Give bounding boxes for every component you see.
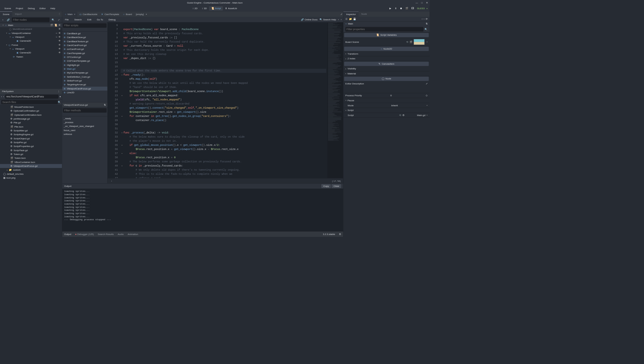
board-scene-property[interactable]: Board Scene ⟲ 🎬 ▾ [343, 37, 430, 46]
pause-group[interactable]: ▾Pause [343, 98, 430, 103]
fold-icon[interactable]: ▾ [121, 164, 123, 168]
signal-icon[interactable]: ⇢ [55, 32, 57, 34]
script-list-item[interactable]: ⚙CGFCardTemplate.gd [62, 59, 107, 63]
script-tab[interactable]: ▭CardBackside [77, 12, 99, 17]
fold-icon[interactable]: ▾ [121, 143, 123, 148]
filesystem-item[interactable]: ⚙ScriptObject.gd [0, 136, 62, 140]
renderer-label[interactable]: GLES3 [417, 7, 425, 10]
menu-project[interactable]: Project [13, 6, 25, 11]
script-list-item[interactable]: ⚙Main.gd [62, 67, 107, 71]
sort-icon[interactable]: ⇅ [104, 103, 106, 106]
scene-tab[interactable]: Scene [0, 12, 12, 17]
scene-node[interactable]: ▾▭Viewport⇢👁 [0, 35, 62, 39]
clear-button[interactable]: Clear [332, 184, 341, 188]
signal-icon[interactable]: ⇢ [55, 36, 57, 38]
audio-tab[interactable]: Audio [118, 233, 124, 236]
history-fwd-icon[interactable]: › [424, 18, 425, 20]
maximize-icon[interactable]: □ [420, 1, 423, 4]
zindex-group[interactable]: ▸Z Index [343, 56, 430, 61]
filesystem-item[interactable]: 🎬MousePointer.tscn [0, 105, 62, 109]
play-button[interactable]: ▶ [388, 6, 392, 11]
filesystem-item[interactable]: ⚙ScriptAlter.gd [0, 129, 62, 133]
search-help-link[interactable]: 🔍 Search Help [319, 18, 336, 21]
script-menu-search[interactable]: Search [73, 18, 83, 22]
filesystem-item[interactable]: ⚙Token.gd [0, 152, 62, 156]
scene-node[interactable]: ▾▭Viewport👁 [0, 47, 62, 51]
scene-node[interactable]: ▣Camera2D👁 [0, 39, 62, 43]
script-list-item[interactable]: ⚙Highlight.gd [62, 63, 107, 67]
mode-2d[interactable]: ↕2D [191, 6, 199, 11]
gear-icon[interactable]: ⚙ [402, 114, 404, 117]
output-tab[interactable]: Output [64, 233, 71, 236]
script-list-item[interactable]: ⚙SetDefinition_Core.gd [62, 75, 107, 79]
nav-fwd-button[interactable]: › [3, 95, 4, 98]
node2d-header[interactable]: ○Node2D [344, 47, 429, 51]
process-priority[interactable]: Process Priority 0 ◇ [343, 93, 430, 98]
scene-node[interactable]: ▾▭ViewportContainer⇢👁 [0, 31, 62, 35]
expand-icon[interactable]: ▾ [6, 32, 7, 34]
filter-nodes-input[interactable] [12, 17, 50, 22]
expand-icon[interactable]: ▾ [6, 44, 7, 46]
history-icon[interactable]: ⟳ [426, 18, 428, 20]
visibility-group[interactable]: ▸Visibility [343, 66, 430, 71]
menu-help[interactable]: Help [48, 6, 58, 11]
path-input[interactable] [5, 94, 58, 99]
nav-fwd[interactable]: › [341, 18, 342, 21]
filesystem-item[interactable]: 🎬Token.tscn [0, 156, 62, 160]
visibility-icon[interactable]: 👁 [58, 28, 61, 30]
filesystem-search-input[interactable] [1, 100, 58, 104]
method-item[interactable]: focus_card [62, 128, 107, 132]
filesystem-item[interactable]: ▦icon.png [0, 176, 62, 180]
node-tab[interactable]: Node [359, 12, 370, 17]
script-tab[interactable]: ✕CardTemplate [99, 12, 121, 17]
script-tab[interactable]: ○Main✕ [63, 12, 77, 17]
fold-icon[interactable]: ▾ [121, 94, 123, 98]
visibility-icon[interactable]: 👁 [58, 24, 61, 27]
pause-button[interactable]: ⏸ [393, 6, 398, 11]
canvasitem-header[interactable]: ✎CanvasItem [344, 62, 429, 66]
script-tab[interactable]: ○Board [121, 12, 134, 17]
script-list-item[interactable]: ⚙CardTemplate.gd [62, 51, 107, 55]
method-item[interactable]: _ready [62, 116, 107, 120]
filesystem-item[interactable]: ⚙ScriptPer.gd [0, 141, 62, 144]
fold-icon[interactable]: ▾ [121, 152, 123, 156]
script-list-item[interactable]: ⚙MyCardTemplate.gd [62, 71, 107, 75]
search-icon[interactable]: 🔍 [51, 18, 56, 22]
board-scene-thumbnail[interactable] [414, 39, 425, 45]
settings-icon[interactable]: ⚙ [339, 233, 341, 236]
filesystem-item[interactable]: ⚙ScriptTask.gd [0, 148, 62, 152]
script-group[interactable]: ▾Script [343, 108, 430, 113]
nav-back-button[interactable]: ‹ [1, 95, 2, 98]
revert-icon[interactable]: ⟲ [399, 114, 401, 117]
filter-methods-input[interactable] [63, 108, 106, 112]
fold-icon[interactable]: ▾ [121, 73, 123, 77]
play-scene-button[interactable]: 🎬 [404, 6, 409, 11]
scene-node[interactable]: ▣Camera2D👁 [0, 51, 62, 55]
transform-group[interactable]: ▸Transform [343, 51, 430, 56]
collapse-icon[interactable]: ‹ [111, 179, 112, 182]
expand-icon[interactable]: ▾ [10, 48, 11, 50]
fold-icon[interactable]: ▾ [121, 131, 123, 135]
filter-properties-input[interactable] [345, 27, 424, 31]
object-name[interactable]: Main [348, 22, 353, 25]
mode-script[interactable]: 📜Script [209, 6, 223, 11]
history-back-icon[interactable]: ‹ [422, 18, 422, 20]
debugger-tab[interactable]: ● Debugger (125) [75, 233, 94, 236]
online-docs-link[interactable]: 🔗 Online Docs [301, 18, 317, 21]
menu-editor[interactable]: Editor [37, 6, 48, 11]
script-list-item[interactable]: ⚙cc/CardFront.gd [62, 47, 107, 51]
scene-node[interactable]: ⟳Tween [0, 55, 62, 58]
scene-node[interactable]: ◯WorldEnvironment👁 [0, 27, 62, 31]
instance-icon[interactable]: 🎬 [50, 24, 53, 27]
animation-tab[interactable]: Animation [128, 233, 138, 236]
filesystem-item[interactable]: ⚙ViewportCardFocus.gd [0, 164, 62, 168]
script-menu-debug[interactable]: Debug [107, 18, 117, 22]
inspector-tab[interactable]: Inspector [343, 12, 359, 17]
path-menu[interactable]: ▾ [60, 95, 61, 98]
load-resource-icon[interactable]: 📁 [349, 18, 352, 20]
filesystem-item[interactable]: ⚙ScriptProperties.gd [0, 144, 62, 148]
script-list-item[interactable]: ⚙CardBack.gd [62, 32, 107, 35]
filesystem-item[interactable]: ▸📁custom [0, 168, 62, 172]
filesystem-item[interactable]: ⚙OptionalConfirmation.gd [0, 109, 62, 113]
visibility-icon[interactable]: 👁 [58, 32, 61, 34]
